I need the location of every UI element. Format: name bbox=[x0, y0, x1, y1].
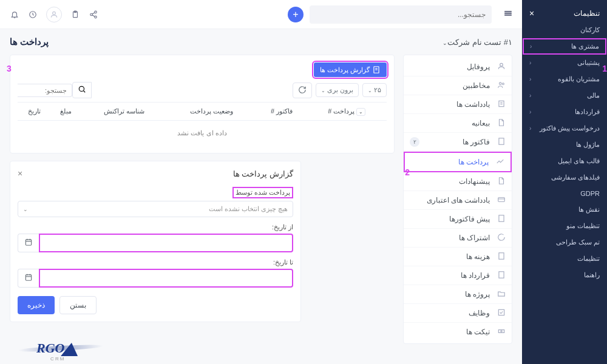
subnav-item-13[interactable]: وظایف bbox=[404, 304, 512, 323]
save-button[interactable]: ذخیره bbox=[18, 296, 55, 314]
modal-title: گزارش پرداخت ها bbox=[233, 169, 293, 178]
share-icon[interactable] bbox=[89, 10, 98, 19]
payments-report-button[interactable]: گزارش پرداخت ها bbox=[314, 62, 387, 77]
breadcrumb-path[interactable]: #۱ تست نام شرکت⌄ bbox=[443, 38, 512, 47]
table-header-3[interactable]: شناسه تراکنش bbox=[81, 103, 167, 121]
export-button[interactable]: برون بری ⌄ bbox=[316, 83, 359, 97]
subnav-item-5[interactable]: پرداخت ها bbox=[404, 152, 512, 172]
annotation-2: 2 bbox=[405, 167, 410, 177]
topbar-actions bbox=[10, 7, 98, 22]
add-button[interactable]: + bbox=[288, 7, 304, 22]
table-search-input[interactable] bbox=[18, 84, 72, 97]
sidebar-item-3[interactable]: مشتریان بالقوه‹ bbox=[522, 71, 607, 87]
subnav-item-1[interactable]: مخاطبین bbox=[404, 76, 512, 95]
subnav-item-4[interactable]: فاکتور ها۲ bbox=[404, 133, 512, 152]
payments-table: ⌄پرداخت #فاکتور #وضعیت پرداختشناسه تراکن… bbox=[18, 102, 387, 121]
topbar: + bbox=[0, 0, 522, 29]
subnav-item-10[interactable]: هزینه ها bbox=[404, 248, 512, 266]
paid-by-select[interactable]: هیچ چیزی انتخاب نشده است ⌄ bbox=[18, 201, 293, 217]
from-date-input[interactable] bbox=[39, 234, 293, 252]
table-search bbox=[18, 82, 92, 98]
search-input[interactable] bbox=[310, 5, 492, 24]
svg-point-12 bbox=[500, 63, 503, 66]
svg-rect-0 bbox=[505, 12, 512, 12]
subnav-item-3[interactable]: بیعانیه bbox=[404, 114, 512, 133]
sidebar-item-1[interactable]: مشتری ها‹ bbox=[523, 38, 606, 55]
sidebar-item-13[interactable]: تم سبک طراحی bbox=[522, 234, 607, 251]
table-header-4[interactable]: مبلغ bbox=[50, 103, 81, 121]
search-icon-button[interactable] bbox=[72, 82, 92, 98]
refresh-button[interactable] bbox=[293, 83, 312, 98]
clipboard-icon[interactable] bbox=[70, 10, 80, 19]
page-size-select[interactable]: ۲۵ ⌄ bbox=[362, 83, 387, 97]
calendar-icon[interactable] bbox=[18, 269, 39, 288]
sidebar-item-8[interactable]: قالب های ایمیل bbox=[522, 153, 607, 169]
from-date-label: از تاریخ: bbox=[18, 223, 293, 231]
avatar[interactable] bbox=[46, 7, 62, 22]
subnav-item-9[interactable]: اشتراک ها bbox=[404, 229, 512, 248]
sidebar-item-12[interactable]: تنظیمات منو bbox=[522, 218, 607, 234]
sidebar-title: تنظیمات bbox=[574, 9, 600, 18]
close-button[interactable]: بستن bbox=[59, 296, 97, 314]
svg-line-30 bbox=[83, 90, 85, 92]
svg-rect-35 bbox=[25, 275, 31, 280]
subnav-item-11[interactable]: قرارداد ها bbox=[404, 266, 512, 285]
svg-point-3 bbox=[95, 11, 97, 13]
sidebar-item-11[interactable]: نقش ها bbox=[522, 201, 607, 218]
table-header-1[interactable]: فاکتور # bbox=[257, 103, 307, 121]
report-modal: گزارش پرداخت ها × پرداخت شده توسط هیچ چی… bbox=[10, 161, 301, 322]
svg-line-6 bbox=[92, 12, 95, 13]
bell-icon[interactable] bbox=[10, 10, 19, 19]
sidebar-item-5[interactable]: قراردادها‹ bbox=[522, 104, 607, 120]
page-title: پرداخت ها bbox=[10, 36, 49, 47]
subnav-item-12[interactable]: پروژه ها bbox=[404, 285, 512, 304]
table-header-2[interactable]: وضعیت پرداخت bbox=[167, 103, 257, 121]
svg-point-14 bbox=[502, 83, 504, 85]
breadcrumb-row: #۱ تست نام شرکت⌄ پرداخت ها bbox=[10, 36, 512, 47]
sidebar-item-7[interactable]: ماژول ها bbox=[522, 136, 607, 153]
sidebar-item-6[interactable]: درخواست پیش فاکتور‹ bbox=[522, 120, 607, 136]
table-controls: ۲۵ ⌄ برون بری ⌄ bbox=[18, 82, 387, 98]
subnav-item-6[interactable]: پیشنهادات bbox=[404, 172, 512, 191]
close-icon[interactable]: × bbox=[529, 8, 534, 18]
svg-point-10 bbox=[53, 12, 56, 15]
sidebar-item-0[interactable]: کارکنان bbox=[522, 22, 607, 38]
annotation-3: 3 bbox=[7, 64, 12, 73]
subnav-item-7[interactable]: یادداشت های اعتباری bbox=[404, 191, 512, 210]
sidebar-item-9[interactable]: فیلدهای سفارشی bbox=[522, 169, 607, 186]
settings-sidebar: تنظیمات × کارکنانمشتری ها‹پشتیبانی‹مشتری… bbox=[522, 0, 607, 364]
svg-rect-22 bbox=[499, 253, 504, 260]
svg-rect-2 bbox=[505, 15, 512, 15]
clock-icon[interactable] bbox=[28, 10, 38, 19]
sidebar-item-14[interactable]: تنظیمات bbox=[522, 251, 607, 267]
svg-point-5 bbox=[95, 16, 97, 18]
subnav-item-2[interactable]: یادداشت ها bbox=[404, 95, 512, 114]
svg-rect-18 bbox=[499, 138, 504, 145]
content: #۱ تست نام شرکت⌄ پرداخت ها پروفایلمخاطبی… bbox=[0, 29, 522, 364]
customer-subnav: پروفایلمخاطبینیادداشت هابیعانیهفاکتور ها… bbox=[403, 55, 512, 344]
settings-toggle-icon[interactable] bbox=[504, 9, 512, 19]
table-header-5[interactable]: تاریخ bbox=[18, 103, 50, 121]
subnav-item-8[interactable]: پیش فاکتورها bbox=[404, 210, 512, 229]
to-date-label: تا تاریخ: bbox=[18, 258, 293, 266]
sidebar-item-4[interactable]: مالی‹ bbox=[522, 87, 607, 104]
table-header-0[interactable]: ⌄پرداخت # bbox=[307, 103, 387, 121]
global-search bbox=[310, 5, 492, 24]
to-date-input[interactable] bbox=[39, 269, 293, 288]
svg-line-7 bbox=[92, 15, 95, 16]
payments-table-card: گزارش پرداخت ها 3 ۲۵ ⌄ برون بری ⌄ bbox=[10, 55, 395, 153]
svg-rect-1 bbox=[505, 13, 512, 13]
svg-point-29 bbox=[79, 86, 84, 91]
calendar-icon[interactable] bbox=[18, 234, 39, 252]
subnav-item-0[interactable]: پروفایل bbox=[404, 58, 512, 76]
sidebar-item-15[interactable]: راهنما bbox=[522, 267, 607, 283]
subnav-item-14[interactable]: تیکت ها bbox=[404, 323, 512, 341]
sidebar-item-2[interactable]: پشتیبانی‹ bbox=[522, 55, 607, 71]
svg-rect-21 bbox=[499, 215, 504, 222]
svg-rect-24 bbox=[498, 309, 504, 315]
svg-point-4 bbox=[90, 13, 93, 16]
main-area: + #۱ تست نام شرکت⌄ پرداخت ها پروفایلمخاط… bbox=[0, 0, 522, 364]
modal-close-icon[interactable]: × bbox=[18, 169, 22, 178]
sidebar-item-10[interactable]: GDPR bbox=[522, 186, 607, 201]
svg-point-13 bbox=[500, 83, 502, 85]
